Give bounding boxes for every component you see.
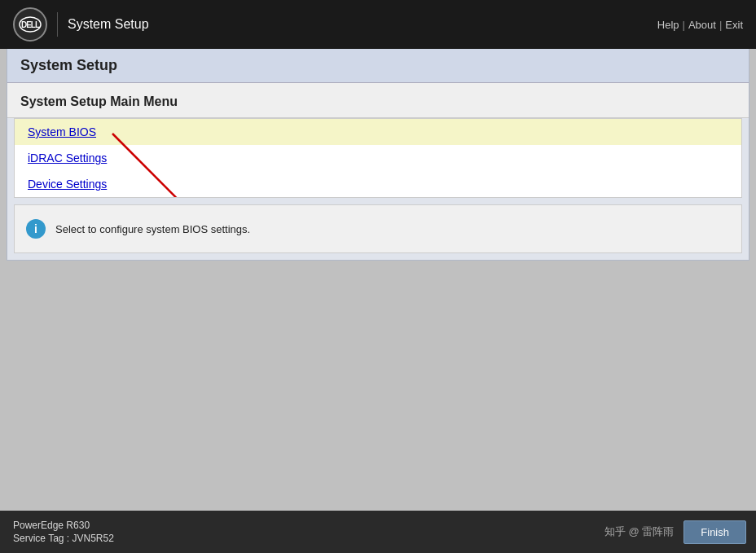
- menu-item-idrac-settings[interactable]: iDRAC Settings: [15, 145, 741, 171]
- help-link[interactable]: Help: [657, 19, 679, 31]
- footer-model: PowerEdge R630: [13, 520, 114, 531]
- header-title: System Setup: [68, 17, 149, 32]
- sep1: |: [683, 19, 685, 31]
- footer-right: 知乎 @ 雷阵雨 Finish: [604, 520, 746, 544]
- footer-left: PowerEdge R630 Service Tag : JVN5R52: [13, 520, 114, 544]
- system-setup-bar: System Setup: [7, 49, 749, 83]
- footer-service-tag: Service Tag : JVN5R52: [13, 533, 114, 544]
- header-links: Help | About | Exit: [657, 19, 743, 31]
- menu-title: System Setup Main Menu: [7, 83, 749, 118]
- about-link[interactable]: About: [688, 19, 716, 31]
- header-bar: DELL System Setup Help | About | Exit: [0, 0, 756, 49]
- svg-text:DELL: DELL: [21, 20, 40, 29]
- menu-wrapper: System BIOS iDRAC Settings Device Settin…: [14, 118, 742, 198]
- header-left: DELL System Setup: [13, 7, 149, 42]
- dell-logo: DELL: [13, 7, 47, 42]
- info-text: Select to configure system BIOS settings…: [55, 223, 250, 235]
- menu-item-system-bios[interactable]: System BIOS: [15, 119, 741, 145]
- header-divider: [57, 12, 58, 37]
- watermark: 知乎 @ 雷阵雨: [604, 524, 674, 539]
- sep2: |: [719, 19, 722, 31]
- menu-list: System BIOS iDRAC Settings Device Settin…: [15, 119, 741, 197]
- system-setup-label: System Setup: [20, 57, 117, 73]
- footer-bar: PowerEdge R630 Service Tag : JVN5R52 知乎 …: [0, 511, 756, 553]
- main-menu-title-text: System Setup Main Menu: [20, 94, 178, 108]
- finish-button[interactable]: Finish: [683, 520, 746, 544]
- info-bar: i Select to configure system BIOS settin…: [14, 204, 742, 253]
- info-icon: i: [26, 219, 46, 239]
- exit-link[interactable]: Exit: [725, 19, 743, 31]
- menu-item-device-settings[interactable]: Device Settings: [15, 171, 741, 197]
